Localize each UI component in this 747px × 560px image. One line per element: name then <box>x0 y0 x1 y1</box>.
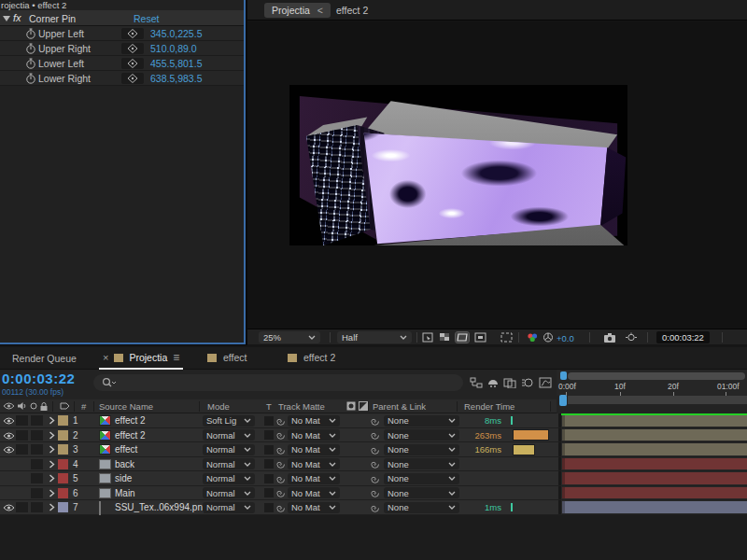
graph-editor-icon[interactable] <box>539 377 552 388</box>
track-matte-dropdown[interactable]: No Mat <box>288 458 340 469</box>
frame-blending-icon[interactable] <box>503 377 516 388</box>
switch-box[interactable] <box>31 444 43 455</box>
show-snapshot-icon[interactable] <box>625 332 638 343</box>
current-time-indicator[interactable] <box>559 395 567 406</box>
parent-link-dropdown[interactable]: None <box>384 502 459 513</box>
parent-link-dropdown[interactable]: None <box>384 444 459 455</box>
layer-label-color[interactable] <box>58 415 68 426</box>
layer-label-color[interactable] <box>58 430 68 441</box>
expand-chevron-icon[interactable] <box>49 460 55 469</box>
layer-label-color[interactable] <box>58 459 68 469</box>
tab-projectia-active[interactable]: × Projectia ≡ <box>99 347 183 370</box>
pickwhip-icon[interactable] <box>275 474 286 484</box>
timeline-navigator[interactable] <box>568 372 745 380</box>
layer-duration-bar[interactable] <box>562 501 747 513</box>
layer-duration-bar[interactable] <box>562 458 747 470</box>
pickwhip-icon[interactable] <box>370 474 380 484</box>
switch-box[interactable] <box>31 488 43 498</box>
switch-box[interactable] <box>31 415 43 426</box>
track-lane[interactable] <box>561 500 747 514</box>
blend-mode-dropdown[interactable]: Normal <box>203 473 255 484</box>
visibility-eye-icon[interactable] <box>3 503 15 512</box>
point-control-button[interactable] <box>121 58 144 69</box>
layer-label-color[interactable] <box>58 473 68 483</box>
pickwhip-icon[interactable] <box>275 445 286 455</box>
blend-mode-dropdown[interactable]: Normal <box>203 429 255 441</box>
expand-chevron-icon[interactable] <box>49 431 55 440</box>
switch-box[interactable] <box>16 502 28 512</box>
switch-box[interactable] <box>16 430 28 441</box>
exposure-value[interactable]: +0.0 <box>557 333 574 343</box>
column-mode[interactable]: Mode <box>207 401 230 412</box>
track-matte-dropdown[interactable]: No Mat <box>288 473 340 484</box>
effect-name[interactable]: Corner Pin <box>29 13 76 24</box>
transparency-grid-icon[interactable] <box>439 332 451 343</box>
audio-column-icon[interactable] <box>17 401 27 411</box>
table-row[interactable]: 3 effect Normal No Mat None 166ms <box>0 442 747 457</box>
stopwatch-icon[interactable] <box>25 43 36 54</box>
column-source-name[interactable]: Source Name <box>99 401 153 412</box>
switch-box[interactable] <box>31 473 43 483</box>
layer-name[interactable]: SSU_Tex..06x994.png <box>115 502 208 512</box>
search-input[interactable] <box>93 374 463 391</box>
composition-pasteboard[interactable] <box>247 21 747 329</box>
layer-duration-bar[interactable] <box>562 472 747 484</box>
motion-blur-icon[interactable] <box>521 377 534 388</box>
exposure-icon[interactable] <box>543 332 554 343</box>
parent-link-dropdown[interactable]: None <box>384 458 459 469</box>
eye-column-icon[interactable] <box>3 401 15 411</box>
track-matte-dropdown[interactable]: No Mat <box>288 415 340 427</box>
visibility-eye-icon[interactable] <box>3 416 15 426</box>
switch-box[interactable] <box>16 444 28 455</box>
pickwhip-icon[interactable] <box>275 416 286 427</box>
parent-link-dropdown[interactable]: None <box>384 429 459 441</box>
channels-rgb-icon[interactable] <box>527 332 539 343</box>
expand-chevron-icon[interactable] <box>49 416 55 425</box>
track-lane[interactable] <box>561 486 747 500</box>
track-lane[interactable] <box>561 442 747 456</box>
pickwhip-icon[interactable] <box>275 503 286 513</box>
column-parent-link[interactable]: Parent & Link <box>373 401 426 412</box>
preview-timecode[interactable]: 0:00:03:22 <box>656 331 710 343</box>
comp-breadcrumb-button[interactable]: Projectia < <box>264 3 331 18</box>
lock-column-icon[interactable] <box>39 401 49 412</box>
table-row[interactable]: 6 Main Normal No Mat None <box>0 486 747 501</box>
track-lane[interactable] <box>561 428 747 442</box>
column-t[interactable]: T <box>266 401 272 412</box>
table-row[interactable]: 1 effect 2 Soft Lig No Mat None 8ms <box>0 413 747 428</box>
expand-chevron-icon[interactable] <box>49 474 55 483</box>
layer-name[interactable]: effect 2 <box>115 415 146 426</box>
solo-column-icon[interactable] <box>29 401 38 411</box>
work-area-bar[interactable] <box>568 396 747 404</box>
property-value[interactable]: 455.5,801.5 <box>150 58 202 69</box>
property-value[interactable]: 510.0,89.0 <box>150 43 197 54</box>
table-row[interactable]: 4 back Normal No Mat None <box>0 457 747 472</box>
pickwhip-icon[interactable] <box>370 459 380 469</box>
t-switch-box[interactable] <box>264 459 274 469</box>
layer-duration-bar[interactable] <box>562 487 747 499</box>
panel-menu-icon[interactable]: ≡ <box>173 351 179 364</box>
composition-frame[interactable] <box>289 85 627 245</box>
pickwhip-icon[interactable] <box>370 503 380 513</box>
layer-duration-bar[interactable] <box>562 414 747 427</box>
layer-label-color[interactable] <box>58 488 68 498</box>
pickwhip-icon[interactable] <box>275 459 286 469</box>
blend-mode-dropdown[interactable]: Normal <box>203 444 255 455</box>
table-row[interactable]: 7 SSU_Tex..06x994.png Normal No Mat None… <box>0 500 747 515</box>
label-column-icon[interactable] <box>60 401 70 411</box>
matte-luma-icon[interactable] <box>359 401 368 411</box>
blend-mode-dropdown[interactable]: Soft Lig <box>203 415 255 427</box>
pickwhip-icon[interactable] <box>275 488 286 498</box>
track-matte-dropdown[interactable]: No Mat <box>288 429 340 441</box>
layer-duration-bar[interactable] <box>562 443 747 455</box>
switch-box[interactable] <box>31 459 43 469</box>
track-matte-dropdown[interactable]: No Mat <box>288 502 340 513</box>
layer-duration-bar[interactable] <box>562 429 747 441</box>
current-time-display[interactable]: 0:00:03:22 <box>2 371 75 386</box>
property-value[interactable]: 638.5,983.5 <box>150 73 202 84</box>
pixel-aspect-icon[interactable] <box>474 332 486 343</box>
track-matte-dropdown[interactable]: No Mat <box>288 487 340 498</box>
t-switch-box[interactable] <box>264 503 274 512</box>
track-lane[interactable] <box>561 471 747 485</box>
layer-name[interactable]: effect 2 <box>115 430 146 441</box>
